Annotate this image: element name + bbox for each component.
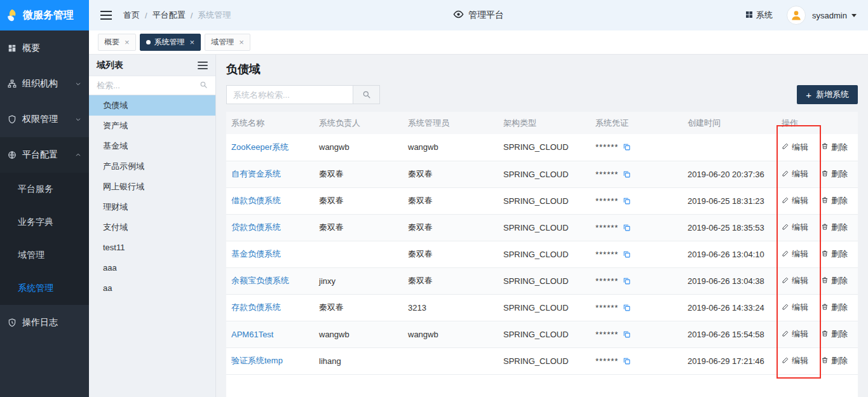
system-search-input[interactable] — [226, 85, 353, 104]
table-body: ZooKeeper系统wangwbwangwbSPRING_CLOUD*****… — [226, 134, 858, 374]
system-name-link[interactable]: 贷款负债系统 — [231, 222, 281, 232]
system-name-link[interactable]: 自有资金系统 — [231, 169, 281, 178]
edit-button[interactable]: 编辑 — [782, 275, 808, 286]
arch-type-cell: SPRING_CLOUD — [498, 321, 590, 347]
copy-icon[interactable] — [623, 170, 631, 178]
sidebar-subitem[interactable]: 平台服务 — [0, 173, 89, 206]
delete-button[interactable]: 删除 — [821, 328, 848, 340]
system-name-link[interactable]: 验证系统temp — [231, 356, 283, 365]
edit-button[interactable]: 编辑 — [782, 302, 808, 313]
close-icon[interactable]: × — [239, 38, 244, 46]
sidebar-item-4[interactable]: 平台配置 — [0, 137, 89, 173]
domain-list-item[interactable]: test11 — [89, 238, 215, 258]
add-system-button[interactable]: + 新增系统 — [797, 85, 858, 104]
actions-cell: 编辑删除 — [776, 347, 858, 374]
delete-icon — [821, 170, 829, 179]
copy-icon[interactable] — [623, 330, 631, 339]
chevron-down-icon — [75, 81, 81, 87]
tab-1[interactable]: 概要× — [98, 34, 136, 51]
domain-list-item[interactable]: 支付域 — [89, 217, 215, 238]
sidebar-item-2[interactable]: 组织机构 — [0, 66, 89, 102]
panel-menu-icon[interactable] — [198, 62, 208, 69]
chevron-down-icon — [851, 14, 857, 17]
domain-list-item[interactable]: 基金域 — [89, 136, 215, 156]
owner-cell: 秦双春 — [314, 214, 403, 241]
sidebar-item-5[interactable]: 操作日志 — [0, 305, 89, 340]
domain-list-item[interactable]: aaa — [89, 258, 215, 278]
system-switcher[interactable]: 系统 — [745, 10, 773, 21]
domain-list-item[interactable]: 网上银行域 — [89, 177, 215, 197]
edit-icon — [782, 303, 789, 313]
created-time-cell: 2019-06-26 14:33:24 — [682, 294, 776, 321]
domain-list-item[interactable]: 负债域 — [89, 95, 215, 116]
delete-button[interactable]: 删除 — [821, 142, 848, 153]
sidebar-subitem[interactable]: 域管理 — [0, 239, 89, 272]
owner-cell: lihang — [314, 347, 403, 374]
delete-button[interactable]: 删除 — [821, 222, 848, 233]
delete-button[interactable]: 删除 — [821, 168, 848, 180]
domain-list-item[interactable]: 资产域 — [89, 116, 215, 136]
sidebar-item-label: 平台配置 — [22, 149, 58, 161]
copy-icon[interactable] — [623, 250, 631, 259]
domain-search-input[interactable] — [97, 81, 196, 90]
edit-button[interactable]: 编辑 — [782, 248, 808, 260]
sidebar-item-3[interactable]: 权限管理 — [0, 102, 89, 137]
sidebar-subitem[interactable]: 业务字典 — [0, 206, 89, 239]
actions-cell: 编辑删除 — [776, 161, 858, 187]
copy-icon[interactable] — [623, 143, 631, 151]
close-icon[interactable]: × — [125, 38, 130, 46]
system-name-link[interactable]: 借款负债系统 — [231, 196, 281, 205]
domain-list: 负债域资产域基金域产品示例域网上银行域理财域支付域test11aaaaa — [89, 95, 215, 397]
breadcrumb-platform-config[interactable]: 平台配置 — [153, 10, 186, 21]
search-button[interactable] — [353, 85, 380, 104]
copy-icon[interactable] — [623, 357, 631, 365]
menu-toggle-icon[interactable] — [100, 11, 112, 20]
arch-type-cell: SPRING_CLOUD — [498, 161, 590, 187]
actions-cell: 编辑删除 — [776, 294, 858, 321]
domain-list-item[interactable]: 理财域 — [89, 197, 215, 217]
actions-cell: 编辑删除 — [776, 267, 858, 294]
user-menu[interactable]: sysadmin — [812, 11, 857, 20]
delete-button[interactable]: 删除 — [821, 275, 848, 286]
tab-2[interactable]: 系统管理× — [140, 34, 201, 51]
sidebar-item-label: 权限管理 — [22, 114, 58, 125]
system-name-link[interactable]: 基金负债系统 — [231, 249, 281, 259]
avatar[interactable] — [787, 6, 806, 25]
copy-icon[interactable] — [623, 224, 631, 232]
admin-cell: wangwb — [403, 321, 498, 347]
edit-button[interactable]: 编辑 — [782, 328, 808, 340]
edit-button[interactable]: 编辑 — [782, 195, 808, 206]
delete-button[interactable]: 删除 — [821, 248, 848, 260]
sidebar: 概要组织机构权限管理平台配置平台服务业务字典域管理系统管理操作日志 — [0, 30, 89, 397]
arch-type-cell: SPRING_CLOUD — [498, 187, 590, 214]
edit-icon — [782, 142, 789, 152]
delete-button[interactable]: 删除 — [821, 355, 848, 367]
column-header: 系统名称 — [226, 112, 314, 134]
app-logo[interactable]: 微服务管理 — [0, 0, 89, 30]
breadcrumb-home[interactable]: 首页 — [123, 10, 140, 21]
system-name-link[interactable]: 余额宝负债系统 — [231, 276, 289, 285]
sidebar-item-label: 组织机构 — [22, 78, 58, 90]
sidebar-item-1[interactable]: 概要 — [0, 30, 89, 66]
system-name-link[interactable]: ZooKeeper系统 — [231, 142, 288, 152]
system-name-link[interactable]: 存款负债系统 — [231, 302, 281, 312]
edit-button[interactable]: 编辑 — [782, 168, 808, 180]
sidebar-subitem[interactable]: 系统管理 — [0, 272, 89, 305]
edit-button[interactable]: 编辑 — [782, 355, 808, 367]
edit-button[interactable]: 编辑 — [782, 142, 808, 153]
admin-cell: wangwb — [403, 134, 498, 161]
copy-icon[interactable] — [623, 197, 631, 205]
edit-button[interactable]: 编辑 — [782, 222, 808, 233]
sidebar-submenu: 平台服务业务字典域管理系统管理 — [0, 173, 89, 305]
delete-button[interactable]: 删除 — [821, 195, 848, 206]
tab-3[interactable]: 域管理× — [205, 34, 250, 51]
delete-button[interactable]: 删除 — [821, 302, 848, 313]
domain-list-item[interactable]: aa — [89, 278, 215, 299]
created-time-cell: 2019-06-29 17:21:46 — [682, 347, 776, 374]
system-name-link[interactable]: APM61Test — [231, 330, 273, 339]
copy-icon[interactable] — [623, 277, 631, 285]
delete-icon — [821, 276, 829, 286]
domain-list-item[interactable]: 产品示例域 — [89, 156, 215, 177]
close-icon[interactable]: × — [190, 38, 195, 46]
copy-icon[interactable] — [623, 304, 631, 312]
